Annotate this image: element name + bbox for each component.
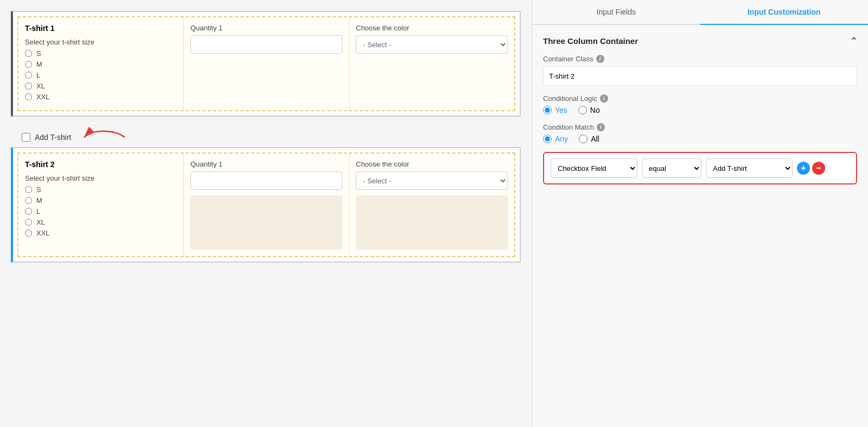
container-class-label: Container Class xyxy=(543,55,593,63)
tab-input-fields[interactable]: Input Fields xyxy=(532,0,700,25)
tshirt1-col1: T-shirt 1 Select your t-shirt size S M L… xyxy=(18,17,184,110)
size-xl-2-label: XL xyxy=(36,218,45,226)
conditional-logic-info-icon: i xyxy=(600,94,608,103)
size-xl-1-radio[interactable] xyxy=(25,82,32,90)
size-xxl-1: XXL xyxy=(25,93,177,101)
size-m-1-label: M xyxy=(36,60,42,68)
radio-all-label: All xyxy=(591,135,599,143)
size-xxl-2-radio[interactable] xyxy=(25,230,32,237)
radio-yes-option[interactable]: Yes xyxy=(543,106,567,114)
tshirt1-inner: T-shirt 1 Select your t-shirt size S M L… xyxy=(17,16,515,111)
tab-input-customization[interactable]: Input Customization xyxy=(700,0,869,25)
size-m-2: M xyxy=(25,196,177,205)
tshirt2-col1: T-shirt 2 Select your t-shirt size S M L… xyxy=(18,154,184,256)
tshirt2-qty-label: Quantity 1 xyxy=(190,160,342,168)
size-m-2-radio[interactable] xyxy=(25,197,32,204)
size-xl-1-label: XL xyxy=(36,82,45,90)
tshirt1-block: T-shirt 1 Select your t-shirt size S M L… xyxy=(11,11,521,117)
tshirt2-color-select[interactable]: - Select - xyxy=(356,171,508,190)
tshirt1-col2: Quantity 1 xyxy=(184,17,349,110)
radio-no-option[interactable]: No xyxy=(578,106,600,114)
size-m-2-label: M xyxy=(36,196,42,205)
size-m-1-radio[interactable] xyxy=(25,61,32,68)
tshirt2-size-label: Select your t-shirt size xyxy=(25,174,177,182)
size-l-2-radio[interactable] xyxy=(25,208,32,215)
size-xxl-1-label: XXL xyxy=(36,93,50,101)
size-s-1-radio[interactable] xyxy=(25,50,32,57)
condition-match-label: Condition Match xyxy=(543,123,594,131)
tshirt1-size-label: Select your t-shirt size xyxy=(25,38,177,46)
container-class-info-icon: i xyxy=(596,55,604,63)
tshirt2-color-label: Choose the color xyxy=(356,160,508,168)
size-xxl-2-label: XXL xyxy=(36,229,50,237)
size-xxl-1-radio[interactable] xyxy=(25,93,32,100)
size-s-2-label: S xyxy=(36,186,41,194)
condition-match-label-row: Condition Match i xyxy=(543,123,857,131)
tshirt1-qty-label: Quantity 1 xyxy=(190,24,342,32)
tshirt2-title: T-shirt 2 xyxy=(25,160,177,169)
add-tshirt-label: Add T-shirt xyxy=(35,133,71,142)
size-l-2: L xyxy=(25,207,177,215)
tshirt1-color-select[interactable]: - Select - xyxy=(356,35,508,54)
size-l-2-label: L xyxy=(36,207,40,215)
container-class-input[interactable] xyxy=(543,66,857,86)
condition-match-radios: Any All xyxy=(543,135,857,143)
add-condition-button[interactable]: + xyxy=(797,162,810,175)
condition-value-select[interactable]: Add T-shirt xyxy=(706,158,793,178)
left-panel: T-shirt 1 Select your t-shirt size S M L… xyxy=(0,0,532,427)
tabs-header: Input Fields Input Customization xyxy=(532,0,868,25)
tshirt2-qty-input[interactable] xyxy=(190,171,342,190)
red-arrow-icon xyxy=(81,126,130,148)
size-s-1: S xyxy=(25,49,177,58)
conditional-logic-label-row: Conditional Logic i xyxy=(543,94,857,103)
size-s-2: S xyxy=(25,186,177,194)
add-remove-buttons: + − xyxy=(797,162,825,175)
size-xl-2: XL xyxy=(25,218,177,226)
condition-row: Checkbox Field equal Add T-shirt + − xyxy=(543,152,857,184)
radio-no-input[interactable] xyxy=(578,106,587,114)
radio-all-option[interactable]: All xyxy=(579,135,599,143)
tshirt2-col2: Quantity 1 xyxy=(184,154,349,256)
radio-all-input[interactable] xyxy=(579,135,588,143)
radio-no-label: No xyxy=(590,106,600,114)
size-xl-1: XL xyxy=(25,82,177,90)
size-m-1: M xyxy=(25,60,177,68)
condition-operator-select[interactable]: equal xyxy=(642,158,701,178)
condition-match-info-icon: i xyxy=(597,123,605,131)
radio-any-label: Any xyxy=(555,135,568,143)
section-title-row: Three Column Container ⌃ xyxy=(543,36,857,46)
add-tshirt-checkbox[interactable] xyxy=(22,133,30,142)
tshirt1-color-label: Choose the color xyxy=(356,24,508,32)
container-class-label-row: Container Class i xyxy=(543,55,857,63)
right-panel: Input Fields Input Customization Three C… xyxy=(532,0,868,427)
radio-yes-label: Yes xyxy=(555,106,567,114)
size-l-1: L xyxy=(25,71,177,79)
size-s-2-radio[interactable] xyxy=(25,186,32,193)
size-l-1-radio[interactable] xyxy=(25,72,32,79)
remove-condition-button[interactable]: − xyxy=(812,162,825,175)
radio-yes-input[interactable] xyxy=(543,106,552,114)
tshirt1-col3: Choose the color - Select - xyxy=(349,17,514,110)
add-tshirt-row: Add T-shirt xyxy=(11,128,521,147)
radio-any-input[interactable] xyxy=(543,135,552,143)
section-title-text: Three Column Container xyxy=(543,36,638,46)
size-xxl-2: XXL xyxy=(25,229,177,237)
conditional-logic-label: Conditional Logic xyxy=(543,94,597,103)
chevron-up-icon[interactable]: ⌃ xyxy=(850,36,857,46)
tshirt1-title: T-shirt 1 xyxy=(25,24,177,33)
conditional-logic-radios: Yes No xyxy=(543,106,857,114)
right-content: Three Column Container ⌃ Container Class… xyxy=(532,25,868,427)
size-xl-2-radio[interactable] xyxy=(25,219,32,226)
tshirt1-qty-input[interactable] xyxy=(190,35,342,54)
size-l-1-label: L xyxy=(36,71,40,79)
tshirt2-inner: T-shirt 2 Select your t-shirt size S M L… xyxy=(17,152,515,257)
tshirt2-block: T-shirt 2 Select your t-shirt size S M L… xyxy=(11,147,521,263)
radio-any-option[interactable]: Any xyxy=(543,135,568,143)
size-s-1-label: S xyxy=(36,49,41,58)
condition-field-select[interactable]: Checkbox Field xyxy=(551,158,637,178)
tshirt2-col3: Choose the color - Select - xyxy=(349,154,514,256)
